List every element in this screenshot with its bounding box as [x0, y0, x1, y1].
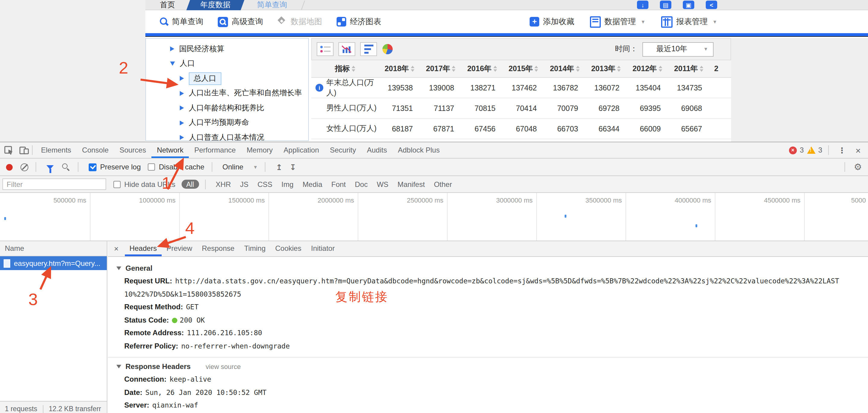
inspect-element-icon[interactable]: [4, 146, 14, 155]
filter-input[interactable]: [2, 179, 106, 190]
error-count[interactable]: 3: [800, 146, 804, 154]
detail-tab-timing[interactable]: Timing: [239, 241, 270, 256]
data-map-button[interactable]: 数据地图: [277, 16, 322, 27]
tab-audits[interactable]: Audits: [361, 142, 392, 158]
time-range-select[interactable]: 最近10年 ▼: [642, 42, 714, 56]
warning-count[interactable]: 3: [818, 146, 822, 154]
tree-item-census-basic[interactable]: 人口普查人口基本情况: [146, 130, 308, 141]
filter-pill-img[interactable]: Img: [281, 180, 293, 188]
kebab-menu-icon[interactable]: ⋮: [835, 146, 849, 155]
sort-icon[interactable]: [700, 66, 703, 72]
tab-adblock-plus[interactable]: Adblock Plus: [392, 142, 445, 158]
tree-item-population[interactable]: 人口: [146, 56, 308, 71]
tab-application[interactable]: Application: [278, 142, 324, 158]
view-linechart-button[interactable]: [338, 42, 355, 56]
advanced-query-button[interactable]: 高级查询: [218, 16, 263, 27]
col-header-2017[interactable]: 2017年: [420, 64, 461, 74]
tree-item-birth-death-rate[interactable]: 人口出生率、死亡率和自然增长率: [146, 86, 308, 101]
tree-item-life-expectancy[interactable]: 人口平均预期寿命: [146, 116, 308, 130]
hide-data-urls-checkbox[interactable]: Hide data URLs: [114, 180, 175, 188]
general-section-header[interactable]: General: [116, 261, 868, 275]
info-icon[interactable]: i: [315, 84, 323, 92]
collapse-triangle-icon[interactable]: [116, 364, 121, 368]
response-headers-section-header[interactable]: Response Headers view source: [116, 359, 868, 373]
filter-funnel-icon[interactable]: [46, 165, 54, 169]
tab-console[interactable]: Console: [76, 142, 114, 158]
tree-item-national-accounts[interactable]: 国民经济核算: [146, 41, 308, 56]
tab-home[interactable]: 首页: [160, 0, 175, 10]
table-row[interactable]: 女性人口(万人) 68187 67871 67456 67048 66703 6…: [311, 119, 731, 139]
tab-security[interactable]: Security: [324, 142, 362, 158]
sort-icon[interactable]: [617, 66, 621, 72]
detail-tab-headers[interactable]: Headers: [125, 241, 162, 256]
sort-icon[interactable]: [659, 66, 662, 72]
col-header-2015[interactable]: 2015年: [503, 64, 544, 74]
filter-pill-ws[interactable]: WS: [377, 180, 389, 188]
warning-icon[interactable]: !: [807, 147, 815, 154]
simple-query-button[interactable]: 简单查询: [160, 16, 203, 27]
expand-triangle-icon[interactable]: [170, 47, 174, 52]
col-header-2011[interactable]: 2011年: [668, 64, 709, 74]
col-header-2014[interactable]: 2014年: [544, 64, 585, 74]
view-barchart-button[interactable]: [360, 42, 377, 56]
error-icon[interactable]: ×: [789, 146, 797, 154]
filter-pill-doc[interactable]: Doc: [355, 180, 368, 188]
tree-item-total-population[interactable]: 总人口: [146, 71, 308, 86]
export-har-icon[interactable]: ↧: [290, 162, 297, 171]
col-header-2016[interactable]: 2016年: [461, 64, 503, 74]
close-detail-icon[interactable]: ×: [108, 244, 125, 253]
disable-cache-checkbox[interactable]: Disable cache: [148, 163, 205, 171]
throttling-select[interactable]: Online ▼: [223, 163, 258, 171]
tab-simple-query[interactable]: 简单查询: [257, 0, 287, 10]
tab-performance[interactable]: Performance: [189, 142, 241, 158]
filter-pill-xhr[interactable]: XHR: [216, 180, 231, 188]
request-row-easyquery[interactable]: easyquery.htm?m=Query...: [0, 256, 107, 270]
view-list-button[interactable]: [317, 42, 334, 56]
network-overview-timeline[interactable]: 500000 ms 1000000 ms 1500000 ms 2000000 …: [0, 193, 868, 241]
collapse-triangle-icon[interactable]: [170, 62, 175, 66]
detail-tab-cookies[interactable]: Cookies: [271, 241, 306, 256]
preserve-log-checkbox[interactable]: Preserve log: [89, 163, 141, 171]
tree-item-age-structure[interactable]: 人口年龄结构和抚养比: [146, 101, 308, 116]
expand-triangle-icon[interactable]: [180, 106, 184, 110]
import-har-icon[interactable]: ↥: [276, 162, 283, 171]
search-icon[interactable]: [62, 163, 70, 171]
col-header-indicator[interactable]: 指标: [311, 64, 379, 74]
tab-elements[interactable]: Elements: [36, 142, 76, 158]
gear-icon[interactable]: ⚙: [854, 162, 862, 172]
detail-tab-preview[interactable]: Preview: [162, 241, 197, 256]
filter-pill-other[interactable]: Other: [434, 180, 452, 188]
record-icon[interactable]: [6, 164, 13, 170]
detail-tab-response[interactable]: Response: [197, 241, 239, 256]
share-icon[interactable]: <: [706, 1, 717, 9]
name-column-header[interactable]: Name: [0, 241, 107, 256]
sort-icon[interactable]: [411, 66, 414, 72]
sort-icon[interactable]: [352, 66, 355, 72]
table-row[interactable]: 男性人口(万人) 71351 71137 70815 70414 70079 6…: [311, 98, 731, 119]
sort-icon[interactable]: [576, 66, 580, 72]
expand-triangle-icon[interactable]: [180, 121, 184, 125]
expand-triangle-icon[interactable]: [180, 135, 184, 140]
tab-memory[interactable]: Memory: [241, 142, 278, 158]
tab-sources[interactable]: Sources: [114, 142, 151, 158]
sort-icon[interactable]: [535, 66, 538, 72]
expand-triangle-icon[interactable]: [180, 76, 184, 81]
pie-chart-icon[interactable]: [382, 44, 393, 54]
filter-pill-font[interactable]: Font: [332, 180, 346, 188]
col-header-2013[interactable]: 2013年: [585, 64, 627, 74]
print-icon[interactable]: ▣: [683, 1, 694, 9]
detail-tab-initiator[interactable]: Initiator: [306, 241, 340, 256]
filter-pill-media[interactable]: Media: [303, 180, 322, 188]
tab-network[interactable]: Network: [151, 142, 189, 158]
add-favorite-button[interactable]: + 添加收藏: [530, 16, 574, 27]
view-source-link[interactable]: view source: [206, 363, 241, 370]
col-header-partial[interactable]: 2: [709, 65, 731, 73]
expand-triangle-icon[interactable]: [180, 91, 184, 96]
save-icon[interactable]: ↓: [637, 1, 648, 9]
filter-pill-js[interactable]: JS: [240, 180, 249, 188]
sort-icon[interactable]: [452, 66, 456, 72]
economic-chart-button[interactable]: 经济图表: [337, 16, 381, 27]
table-row[interactable]: i年末总人口(万人) 139538 139008 138271 137462 1…: [311, 78, 731, 98]
filter-pill-all[interactable]: All: [181, 180, 199, 189]
clear-icon[interactable]: [21, 163, 28, 171]
